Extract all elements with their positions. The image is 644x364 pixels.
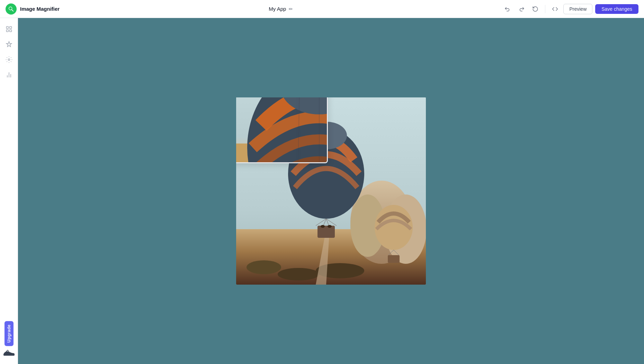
undo-button[interactable] (502, 3, 513, 15)
main-image (236, 97, 426, 285)
svg-point-22 (321, 225, 325, 228)
reset-button[interactable] (530, 3, 541, 15)
svg-rect-5 (9, 30, 11, 32)
canvas-area[interactable] (18, 18, 644, 364)
sidebar: Upgrade (0, 18, 18, 364)
topbar: Image Magnifier My App ✏ (0, 0, 644, 18)
svg-point-23 (328, 225, 332, 228)
sidebar-bottom: Upgrade (3, 321, 15, 360)
code-button[interactable] (549, 3, 561, 15)
svg-rect-3 (9, 27, 11, 29)
magnifier-overlay (236, 97, 328, 163)
topbar-left: Image Magnifier (6, 3, 60, 15)
magnifier-inner (236, 97, 327, 162)
topbar-divider (545, 5, 545, 13)
sidebar-item-dashboard[interactable] (2, 22, 16, 36)
sidebar-item-plugins[interactable] (2, 37, 16, 51)
main-area: Upgrade (0, 18, 644, 364)
sidebar-item-settings[interactable] (2, 53, 16, 67)
topbar-right: Preview Save changes (502, 3, 638, 15)
sidebar-item-analytics[interactable] (2, 68, 16, 82)
svg-point-6 (8, 59, 10, 61)
preview-button[interactable]: Preview (563, 4, 592, 14)
app-name-label: My App (269, 6, 286, 12)
svg-rect-21 (317, 226, 335, 238)
shoe-icon (3, 347, 15, 357)
svg-point-13 (278, 268, 319, 280)
svg-point-12 (247, 260, 281, 274)
svg-line-1 (12, 9, 14, 11)
app-title: Image Magnifier (20, 6, 60, 12)
svg-rect-27 (388, 255, 400, 263)
save-changes-button[interactable]: Save changes (595, 4, 638, 14)
svg-rect-4 (6, 30, 8, 32)
edit-icon[interactable]: ✏ (289, 6, 293, 12)
topbar-center: My App ✏ (269, 6, 293, 12)
svg-rect-2 (6, 27, 8, 29)
redo-button[interactable] (516, 3, 527, 15)
app-logo (6, 3, 17, 15)
upgrade-button[interactable]: Upgrade (5, 321, 14, 346)
